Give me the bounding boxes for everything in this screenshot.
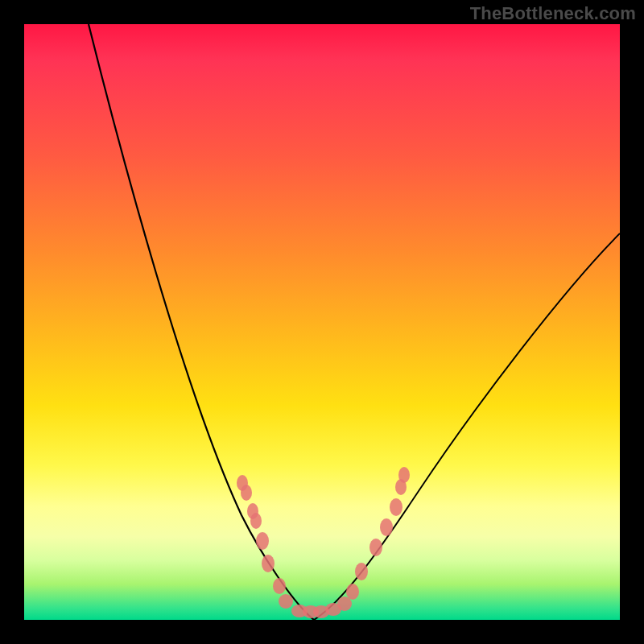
marker-dot	[398, 467, 410, 483]
curve-right-branch	[314, 233, 620, 620]
marker-dot	[346, 584, 359, 600]
plot-area	[24, 24, 620, 620]
marker-dot	[241, 485, 252, 501]
marker-dot	[279, 594, 293, 609]
curve-layer	[24, 24, 620, 620]
marker-dot	[355, 563, 368, 580]
marker-dot	[390, 498, 402, 516]
watermark-text: TheBottleneck.com	[470, 3, 636, 24]
marker-dot	[273, 578, 286, 594]
marker-dot	[250, 513, 262, 529]
chart-frame: TheBottleneck.com	[0, 0, 644, 644]
marker-dot	[369, 539, 382, 556]
marker-dot	[262, 555, 275, 572]
marker-dot	[256, 532, 269, 550]
marker-dot	[380, 518, 393, 536]
curve-left-branch	[89, 24, 314, 620]
